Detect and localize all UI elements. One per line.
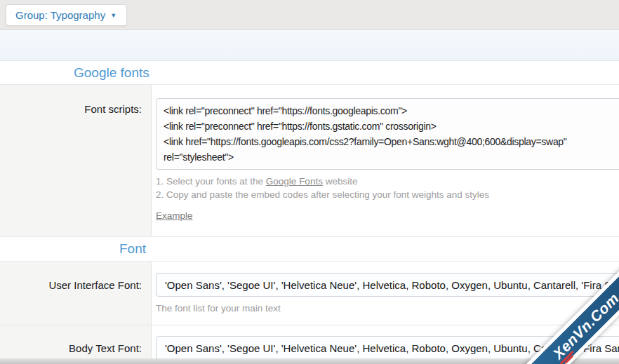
- example-link[interactable]: Example: [156, 210, 193, 221]
- font-scripts-content: <link rel="preconnect" href="https://fon…: [152, 85, 619, 236]
- group-selector-button[interactable]: Group: Typography ▼: [6, 4, 127, 26]
- instruction-line-2: 2. Copy and paste the embed codes after …: [156, 188, 619, 201]
- ui-font-input[interactable]: [156, 273, 619, 297]
- font-scripts-instructions: 1. Select your fonts at the Google Fonts…: [156, 175, 619, 201]
- sub-toolbar-band: [0, 30, 619, 61]
- instruction-1-prefix: 1. Select your fonts at the: [156, 176, 266, 187]
- ui-font-content: The font list for your main text: [152, 262, 619, 325]
- ui-font-label: User Interface Font:: [0, 262, 152, 325]
- instruction-1-suffix: website: [323, 176, 358, 187]
- group-selector-label: Group: Typography: [15, 9, 105, 21]
- chevron-down-icon: ▼: [110, 12, 117, 19]
- toolbar: Group: Typography ▼: [0, 0, 619, 30]
- section-title: Google fonts: [74, 65, 149, 81]
- section-header-font: Font: [0, 237, 619, 262]
- font-scripts-textarea[interactable]: <link rel="preconnect" href="https://fon…: [156, 98, 619, 170]
- font-scripts-row: Font scripts: <link rel="preconnect" hre…: [0, 85, 619, 237]
- font-scripts-label: Font scripts:: [0, 85, 152, 236]
- ui-font-helper-text: The font list for your main text: [156, 303, 619, 314]
- section-title: Font: [119, 241, 146, 257]
- instruction-line-1: 1. Select your fonts at the Google Fonts…: [156, 175, 619, 188]
- section-header-google-fonts: Google fonts: [0, 61, 619, 85]
- google-fonts-link[interactable]: Google Fonts: [266, 176, 323, 187]
- typography-settings-page: Group: Typography ▼ Google fonts Font sc…: [0, 0, 619, 364]
- ui-font-row: User Interface Font: The font list for y…: [0, 262, 619, 325]
